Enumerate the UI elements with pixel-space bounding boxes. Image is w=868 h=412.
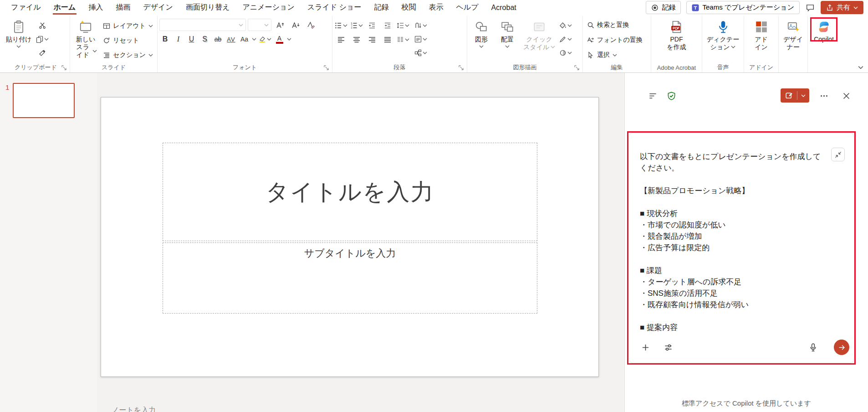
new-slide-button[interactable]: 新しい スライド [72, 18, 99, 59]
increase-indent-button[interactable] [381, 20, 394, 31]
shape-outline-button[interactable] [559, 33, 572, 45]
menu-tab-help[interactable]: ヘルプ [449, 0, 485, 15]
chat-history-button[interactable] [646, 89, 659, 102]
prompt-line: ・ターゲット層への訴求不足 [640, 276, 828, 288]
add-content-button[interactable] [640, 342, 651, 353]
text-shadow-button[interactable]: S [199, 33, 210, 45]
arrange-button[interactable]: 配置 [495, 18, 520, 49]
dialog-launcher-icon[interactable] [323, 65, 329, 71]
menu-tab-slide-show[interactable]: スライド ショー [301, 0, 368, 15]
prompt-options-button[interactable] [663, 342, 674, 353]
decrease-font-size-button[interactable] [289, 19, 302, 31]
menu-tab-record[interactable]: 記録 [368, 0, 395, 15]
increase-font-icon [276, 21, 284, 29]
reset-button[interactable]: リセット [101, 34, 155, 47]
protected-status-button[interactable] [665, 89, 678, 102]
justify-button[interactable] [381, 34, 394, 46]
ribbon-group-designer: デザイ ナー [779, 16, 808, 72]
menu-tab-animations[interactable]: アニメーション [236, 0, 301, 15]
voice-input-button[interactable] [807, 342, 818, 353]
layout-button[interactable]: レイアウト [101, 20, 155, 32]
quick-styles-button[interactable]: クイック スタイル [521, 18, 557, 52]
slide-thumbnail[interactable] [13, 83, 75, 118]
copilot-prompt-card[interactable]: 以下の文書をもとにプレゼンテーションを作成してください。【新製品プロモーション戦… [627, 131, 856, 365]
menu-tab-transitions[interactable]: 画面切り替え [179, 0, 236, 15]
notes-area[interactable]: ノートを入力 [112, 406, 156, 412]
columns-button[interactable] [396, 34, 410, 46]
share-button[interactable]: 共有 [821, 1, 863, 14]
shapes-button[interactable]: 図形 [469, 18, 494, 49]
designer-button[interactable]: デザイ ナー [781, 18, 806, 52]
line-spacing-button[interactable] [396, 20, 410, 31]
dialog-launcher-icon[interactable] [574, 65, 580, 71]
menu-tab-review[interactable]: 校閲 [395, 0, 422, 15]
shape-fill-button[interactable] [559, 20, 572, 31]
collapse-prompt-button[interactable] [831, 148, 845, 161]
copilot-button[interactable]: Copilot [812, 18, 836, 44]
prompt-line: ■ 提案内容 [640, 322, 828, 333]
align-center-button[interactable] [350, 34, 363, 46]
comment-icon [806, 4, 814, 12]
dialog-launcher-icon[interactable] [61, 65, 67, 71]
font-size-combobox[interactable] [248, 19, 271, 31]
paste-button[interactable]: 貼り付け [4, 18, 34, 49]
font-color-button[interactable]: A [274, 33, 285, 45]
search-icon [587, 21, 594, 29]
dialog-launcher-icon[interactable] [458, 65, 464, 71]
dictation-button[interactable]: ディクテー ション [705, 18, 741, 52]
copilot-access-status: 標準アクセスで Copilot を使用しています [625, 399, 868, 408]
character-spacing-button[interactable]: AV [225, 33, 237, 45]
highlight-color-button[interactable] [258, 33, 272, 45]
shape-effects-button[interactable] [559, 47, 572, 59]
addins-button[interactable]: アド イン [749, 18, 774, 52]
menu-tab-design[interactable]: デザイン [137, 0, 179, 15]
menu-tab-acrobat[interactable]: Acrobat [485, 0, 523, 15]
teams-presentation-button[interactable]: Teams でプレゼンテーション [686, 1, 800, 14]
align-left-button[interactable] [334, 34, 348, 46]
bullets-button[interactable] [334, 20, 348, 31]
italic-button[interactable]: I [173, 33, 184, 45]
increase-font-size-button[interactable] [273, 19, 287, 31]
collapse-ribbon-button[interactable] [858, 66, 863, 69]
slide[interactable]: タイトルを入力 サブタイトルを入力 [101, 97, 599, 377]
clear-formatting-button[interactable] [304, 19, 318, 31]
shield-check-icon [667, 92, 676, 100]
comments-button[interactable] [805, 3, 815, 13]
menu-tab-home[interactable]: ホーム [47, 0, 82, 15]
format-painter-button[interactable] [36, 47, 49, 59]
decrease-indent-button[interactable] [365, 20, 379, 31]
new-chat-button[interactable] [781, 88, 809, 103]
menu-tab-file[interactable]: ファイル [5, 0, 47, 15]
underline-button[interactable]: U [186, 33, 197, 45]
align-text-button[interactable] [414, 33, 428, 45]
copy-button[interactable] [36, 33, 49, 45]
strikethrough-button[interactable]: ab [212, 33, 224, 45]
dictation-label: ディクテー ション [707, 36, 739, 51]
acrobat-group-label: Adobe Acrobat [657, 64, 696, 71]
menu-tab-insert[interactable]: 挿入 [82, 0, 109, 15]
align-right-button[interactable] [365, 34, 379, 46]
cut-button[interactable] [36, 20, 49, 31]
section-button[interactable]: セクション [101, 49, 155, 62]
numbering-button[interactable] [350, 20, 363, 31]
close-pane-button[interactable] [840, 89, 853, 102]
record-button[interactable]: 記録 [646, 1, 681, 14]
chevron-down-icon [239, 24, 243, 26]
shape-effects-icon [559, 49, 567, 57]
convert-to-smartart-button[interactable] [414, 47, 428, 59]
change-case-button[interactable]: Aa [239, 33, 250, 45]
arrange-icon [500, 20, 514, 34]
bold-button[interactable]: B [159, 33, 171, 45]
replace-fonts-button[interactable]: フォントの置換 [585, 34, 649, 46]
find-replace-button[interactable]: 検索と置換 [585, 19, 649, 31]
subtitle-placeholder[interactable]: サブタイトルを入力 [163, 242, 537, 314]
menu-tab-view[interactable]: 表示 [422, 0, 449, 15]
title-placeholder[interactable]: タイトルを入力 [163, 143, 537, 241]
select-button[interactable]: 選択 [585, 49, 649, 62]
send-button[interactable] [834, 340, 849, 355]
more-options-button[interactable] [817, 89, 830, 102]
font-name-combobox[interactable] [159, 19, 246, 31]
create-pdf-button[interactable]: PDF を作成 [664, 18, 689, 52]
text-direction-button[interactable] [414, 20, 428, 31]
menu-tab-draw[interactable]: 描画 [109, 0, 137, 15]
